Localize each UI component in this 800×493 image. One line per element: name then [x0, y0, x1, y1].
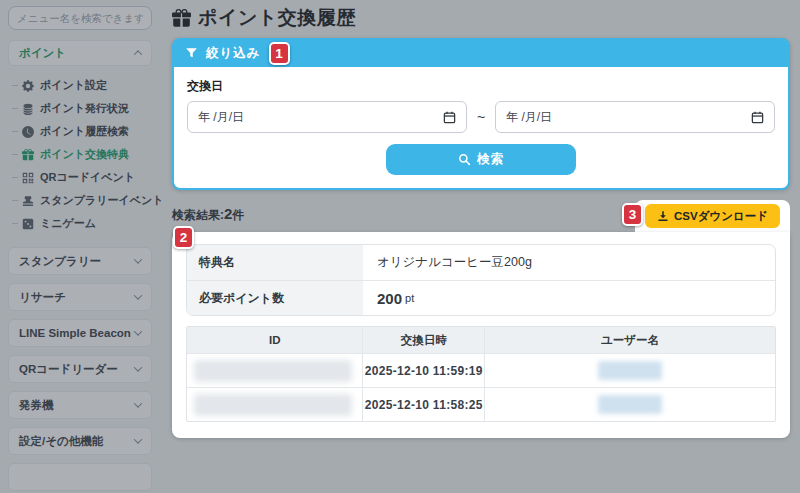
sidebar-item-point-history-search[interactable]: ポイント履歴検索 [12, 120, 152, 143]
sidebar-section-label: ポイント [19, 46, 66, 61]
date-to-input[interactable]: 年 /月/日 [495, 101, 775, 133]
chevron-down-icon [134, 363, 142, 371]
page-header: ポイント交換履歴 [172, 6, 790, 30]
search-button-label: 検索 [477, 151, 504, 168]
datetime-value: 2025-12-10 11:58:25 [365, 398, 483, 412]
annotation-badge-1: 1 [269, 42, 290, 65]
annotation-badge-2: 2 [173, 226, 194, 249]
column-header-datetime: 交換日時 [363, 327, 485, 353]
sidebar-section-label: 設定/その他機能 [19, 434, 103, 449]
funnel-icon [185, 47, 198, 60]
chevron-down-icon [134, 255, 142, 263]
username-cell [485, 388, 775, 421]
sidebar-points-items: ポイント設定 ポイント発行状況 ポイント履歴検索 ポイント交換特典 QRコードイ… [12, 74, 152, 235]
filter-body: 交換日 年 /月/日 ~ 年 /月/日 検索 [174, 67, 788, 188]
sidebar-item-point-issuance[interactable]: ポイント発行状況 [12, 97, 152, 120]
csv-download-area: 3 CSVダウンロード [635, 200, 790, 232]
reward-name-label: 特典名 [187, 245, 363, 280]
sidebar-section-ticket-machine[interactable]: 発券機 [8, 391, 152, 419]
results-summary-suffix: 件 [232, 208, 244, 222]
point-exchange-history-page: ポイント ポイント設定 ポイント発行状況 ポイント履歴検索 ポイント交換特典 [0, 0, 800, 493]
filter-card-header: 絞り込み 1 [174, 40, 788, 67]
sidebar-section-line-simple-beacon[interactable]: LINE Simple Beacon [8, 319, 152, 347]
gift-icon [172, 9, 191, 28]
sidebar-section-label: リサーチ [19, 290, 66, 305]
date-from-placeholder: 年 /月/日 [198, 109, 244, 126]
column-header-username: ユーザー名 [485, 327, 775, 353]
sidebar: ポイント ポイント設定 ポイント発行状況 ポイント履歴検索 ポイント交換特典 [0, 0, 160, 493]
sidebar-item-label: ポイント交換特典 [40, 147, 129, 162]
gift-icon [22, 149, 34, 161]
table-header-row: ID 交換日時 ユーザー名 [187, 327, 775, 353]
sidebar-item-label: ミニゲーム [40, 216, 96, 231]
calendar-icon[interactable] [443, 111, 456, 124]
exchange-history-table: ID 交換日時 ユーザー名 2025-12-10 11:59:19 2025-1… [186, 326, 776, 422]
sidebar-item-point-settings[interactable]: ポイント設定 [12, 74, 152, 97]
sidebar-item-point-exchange-rewards[interactable]: ポイント交換特典 [12, 143, 152, 166]
search-button[interactable]: 検索 [386, 144, 576, 175]
sidebar-section-label: スタンプラリー [19, 254, 101, 269]
results-card: 2 特典名 オリジナルコーヒー豆200g 必要ポイント数 200pt ID 交換… [172, 232, 790, 438]
dice-icon [22, 218, 34, 230]
sidebar-section-settings-other[interactable]: 設定/その他機能 [8, 427, 152, 455]
magnifier-icon [458, 153, 471, 166]
redacted-id [194, 360, 352, 382]
date-from-input[interactable]: 年 /月/日 [187, 101, 467, 133]
chevron-down-icon [134, 327, 142, 335]
redacted-username [598, 361, 662, 380]
points-unit: pt [405, 292, 414, 304]
table-row: 特典名 オリジナルコーヒー豆200g [187, 245, 775, 280]
datetime-cell: 2025-12-10 11:58:25 [363, 388, 485, 421]
column-header-id: ID [187, 327, 363, 353]
id-cell [187, 354, 363, 387]
datetime-value: 2025-12-10 11:59:19 [365, 364, 483, 378]
chevron-down-icon [134, 291, 142, 299]
calendar-icon[interactable] [751, 111, 764, 124]
date-range-row: 年 /月/日 ~ 年 /月/日 [187, 101, 775, 133]
sidebar-item-label: ポイント設定 [40, 78, 107, 93]
points-number: 200 [377, 290, 402, 307]
date-to-placeholder: 年 /月/日 [506, 109, 552, 126]
sidebar-section-partial[interactable] [8, 463, 152, 491]
main-content: ポイント交換履歴 絞り込み 1 交換日 年 /月/日 ~ 年 /月/日 [160, 0, 800, 493]
history-icon [22, 126, 34, 138]
datetime-cell: 2025-12-10 11:59:19 [363, 354, 485, 387]
sidebar-section-qr-code-reader[interactable]: QRコードリーダー [8, 355, 152, 383]
stamp-icon [22, 195, 34, 207]
annotation-badge-3: 3 [622, 203, 643, 226]
coins-icon [22, 103, 34, 115]
gear-icon [22, 80, 34, 92]
sidebar-item-label: ポイント履歴検索 [40, 124, 129, 139]
csv-download-button[interactable]: CSVダウンロード [645, 204, 780, 228]
redacted-username [598, 395, 662, 414]
required-points-value: 200pt [363, 281, 775, 315]
required-points-label: 必要ポイント数 [187, 281, 363, 315]
qr-code-icon [22, 172, 34, 184]
search-button-row: 検索 [187, 144, 775, 175]
table-row: 2025-12-10 11:58:25 [187, 387, 775, 421]
range-separator: ~ [477, 109, 485, 125]
exchange-date-label: 交換日 [187, 78, 775, 95]
filter-card: 絞り込み 1 交換日 年 /月/日 ~ 年 /月/日 [172, 38, 790, 190]
sidebar-item-label: スタンプラリーイベント [40, 193, 164, 208]
sidebar-section-label: 発券機 [19, 398, 54, 413]
sidebar-item-stamp-rally-event[interactable]: スタンプラリーイベント [12, 189, 152, 212]
csv-download-label: CSVダウンロード [674, 209, 768, 224]
sidebar-item-qr-code-event[interactable]: QRコードイベント [12, 166, 152, 189]
reward-name-value: オリジナルコーヒー豆200g [363, 245, 775, 280]
menu-search-input[interactable] [8, 6, 152, 30]
sidebar-item-mini-game[interactable]: ミニゲーム [12, 212, 152, 235]
sidebar-section-research[interactable]: リサーチ [8, 283, 152, 311]
id-cell [187, 388, 363, 421]
filter-title: 絞り込み [206, 45, 261, 62]
csv-button-panel: CSVダウンロード [635, 200, 790, 232]
sidebar-section-label: QRコードリーダー [19, 362, 118, 377]
reward-info-table: 特典名 オリジナルコーヒー豆200g 必要ポイント数 200pt [186, 244, 776, 316]
table-row: 2025-12-10 11:59:19 [187, 353, 775, 387]
sidebar-section-stamp-rally[interactable]: スタンプラリー [8, 247, 152, 275]
table-row: 必要ポイント数 200pt [187, 280, 775, 315]
results-summary-prefix: 検索結果: [172, 208, 224, 222]
sidebar-section-points[interactable]: ポイント [8, 40, 152, 66]
results-header-row: 検索結果:2件 3 CSVダウンロード [172, 200, 790, 232]
chevron-down-icon [134, 435, 142, 443]
